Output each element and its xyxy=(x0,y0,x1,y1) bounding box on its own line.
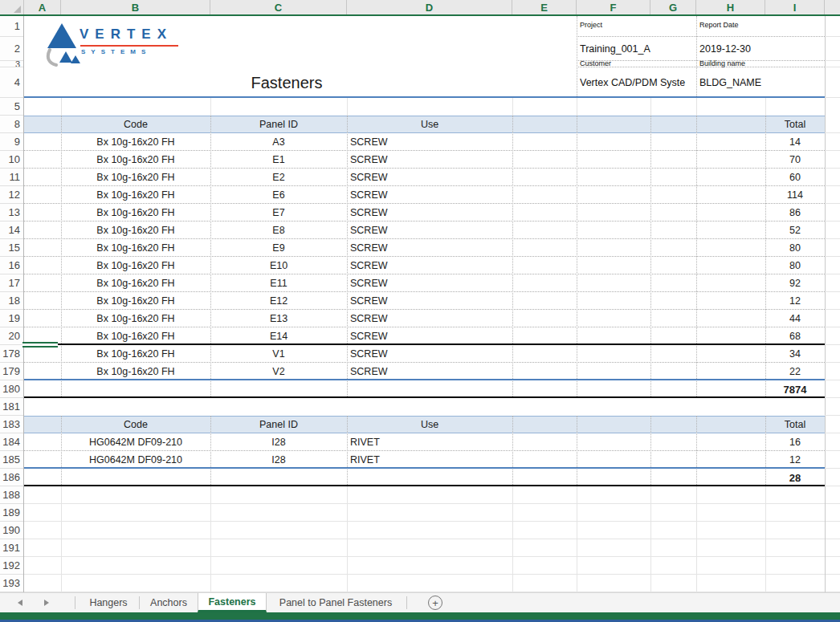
tab-fasteners[interactable]: Fasteners xyxy=(198,593,267,612)
cell-use[interactable]: SCREW xyxy=(347,204,512,222)
cell-total[interactable]: 114 xyxy=(765,186,825,204)
cell-total[interactable]: 70 xyxy=(765,151,825,169)
cell-code[interactable]: Bx 10g-16x20 FH xyxy=(61,274,210,292)
column-header-b[interactable]: B xyxy=(61,0,210,14)
table2-header-total[interactable]: Total xyxy=(765,417,825,433)
cell-grand-total[interactable]: 28 xyxy=(765,469,825,486)
row-header[interactable]: 15 xyxy=(0,239,23,257)
cell-code[interactable]: Bx 10g-16x20 FH xyxy=(61,310,210,327)
project-value[interactable]: Training_001_A xyxy=(580,37,650,61)
cell-use[interactable]: SCREW xyxy=(347,274,512,292)
column-header-g[interactable]: G xyxy=(650,0,696,14)
row-header[interactable]: 181 xyxy=(0,398,23,416)
row-header[interactable]: 9 xyxy=(0,133,23,151)
row-header[interactable]: 1 xyxy=(0,16,23,37)
cell-use[interactable]: SCREW xyxy=(347,186,512,204)
cell-panel-id[interactable]: I28 xyxy=(210,451,347,469)
row-header[interactable]: 186 xyxy=(0,469,23,486)
cell-code[interactable]: Bx 10g-16x20 FH xyxy=(61,151,210,169)
row-header[interactable]: 2 xyxy=(0,37,23,61)
column-header-e[interactable]: E xyxy=(512,0,577,14)
tab-hangers[interactable]: Hangers xyxy=(80,593,137,612)
row-header[interactable]: 180 xyxy=(0,380,23,398)
cell-use[interactable]: RIVET xyxy=(347,451,512,469)
tab-scroll-right-icon[interactable] xyxy=(44,600,49,606)
cell-total[interactable]: 80 xyxy=(765,257,825,274)
building-name-value[interactable]: BLDG_NAME xyxy=(699,71,761,95)
row-header[interactable]: 192 xyxy=(0,557,23,575)
cell-code[interactable]: Bx 10g-16x20 FH xyxy=(61,204,210,222)
row-header[interactable]: 13 xyxy=(0,204,23,222)
cell-total[interactable]: 16 xyxy=(765,433,825,451)
select-all-button[interactable] xyxy=(0,0,24,14)
row-header[interactable]: 14 xyxy=(0,222,23,239)
table1-header-panel-id[interactable]: Panel ID xyxy=(210,116,347,132)
cell-total[interactable]: 22 xyxy=(765,363,825,380)
cell-total[interactable]: 92 xyxy=(765,274,825,292)
cell-panel-id[interactable]: E11 xyxy=(210,274,347,292)
cell-panel-id[interactable]: I28 xyxy=(210,433,347,451)
cell-use[interactable]: SCREW xyxy=(347,133,512,151)
row-header[interactable]: 184 xyxy=(0,433,23,451)
row-header[interactable]: 10 xyxy=(0,151,23,169)
cell-code[interactable]: Bx 10g-16x20 FH xyxy=(61,169,210,186)
cell-code[interactable]: Bx 10g-16x20 FH xyxy=(61,257,210,274)
cell-panel-id[interactable]: E6 xyxy=(210,186,347,204)
cell-panel-id[interactable]: E13 xyxy=(210,310,347,327)
cell-use[interactable]: SCREW xyxy=(347,327,512,345)
cell-panel-id[interactable]: E8 xyxy=(210,222,347,239)
cell-panel-id[interactable]: E10 xyxy=(210,257,347,274)
cell-use[interactable]: SCREW xyxy=(347,363,512,380)
cell-use[interactable]: RIVET xyxy=(347,433,512,451)
row-header[interactable]: 17 xyxy=(0,274,23,292)
column-header-d[interactable]: D xyxy=(347,0,512,14)
cell-panel-id[interactable]: E9 xyxy=(210,239,347,257)
column-header-i[interactable]: I xyxy=(765,0,825,14)
cell-panel-id[interactable]: E1 xyxy=(210,151,347,169)
cell-code[interactable]: Bx 10g-16x20 FH xyxy=(61,345,210,363)
row-header[interactable]: 5 xyxy=(0,98,23,116)
row-header[interactable]: 11 xyxy=(0,169,23,186)
cell-total[interactable]: 52 xyxy=(765,222,825,239)
row-header[interactable]: 19 xyxy=(0,310,23,327)
cell-panel-id[interactable]: A3 xyxy=(210,133,347,151)
column-header-f[interactable]: F xyxy=(577,0,650,14)
row-header[interactable]: 188 xyxy=(0,486,23,504)
cell-use[interactable]: SCREW xyxy=(347,169,512,186)
tab-scroll-left-icon[interactable] xyxy=(18,600,22,606)
column-header-a[interactable]: A xyxy=(24,0,61,14)
row-header[interactable]: 179 xyxy=(0,363,23,380)
row-header[interactable]: 185 xyxy=(0,451,23,469)
table1-header-use[interactable]: Use xyxy=(347,116,512,132)
table2-header-code[interactable]: Code xyxy=(61,417,210,433)
row-header[interactable]: 189 xyxy=(0,504,23,522)
cell-total[interactable]: 12 xyxy=(765,292,825,310)
cell-use[interactable]: SCREW xyxy=(347,345,512,363)
cell-total[interactable]: 14 xyxy=(765,133,825,151)
cell-use[interactable]: SCREW xyxy=(347,257,512,274)
column-header-c[interactable]: C xyxy=(210,0,347,14)
cell-code[interactable]: Bx 10g-16x20 FH xyxy=(61,327,210,345)
cell-total[interactable]: 86 xyxy=(765,204,825,222)
cell-total[interactable]: 80 xyxy=(765,239,825,257)
row-header[interactable]: 8 xyxy=(0,116,23,133)
row-header[interactable]: 18 xyxy=(0,292,23,310)
cell-panel-id[interactable]: E12 xyxy=(210,292,347,310)
cell-use[interactable]: SCREW xyxy=(347,239,512,257)
cell-grand-total[interactable]: 7874 xyxy=(765,380,825,398)
cell-panel-id[interactable]: V1 xyxy=(210,345,347,363)
cell-code[interactable]: Bx 10g-16x20 FH xyxy=(61,186,210,204)
cell-use[interactable]: SCREW xyxy=(347,310,512,327)
cell-panel-id[interactable]: V2 xyxy=(210,363,347,380)
cell-code[interactable]: Bx 10g-16x20 FH xyxy=(61,363,210,380)
cell-code[interactable]: Bx 10g-16x20 FH xyxy=(61,239,210,257)
cell-use[interactable]: SCREW xyxy=(347,151,512,169)
tab-panel-to-panel-fasteners[interactable]: Panel to Panel Fasteners xyxy=(267,593,405,612)
cell-total[interactable]: 68 xyxy=(765,327,825,345)
row-header[interactable]: 183 xyxy=(0,416,23,433)
cell-use[interactable]: SCREW xyxy=(347,292,512,310)
table1-header-total[interactable]: Total xyxy=(765,116,825,132)
cell-code[interactable]: Bx 10g-16x20 FH xyxy=(61,222,210,239)
table2-header-panel-id[interactable]: Panel ID xyxy=(210,417,347,433)
cell-code[interactable]: Bx 10g-16x20 FH xyxy=(61,292,210,310)
